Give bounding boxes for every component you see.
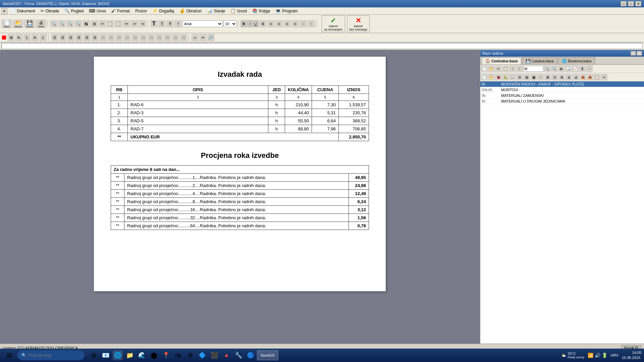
extra-btn-7[interactable]: ☰ bbox=[59, 34, 66, 41]
extra-btn-1[interactable]: ⊞ bbox=[7, 34, 15, 41]
extra-btn-25[interactable]: 🔗 bbox=[207, 34, 215, 41]
baze2-btn-6[interactable]: ⊟ bbox=[516, 74, 523, 80]
extra-btn-4[interactable]: A. bbox=[32, 34, 39, 41]
start-button[interactable]: ⊞ bbox=[3, 350, 16, 361]
baze-dollar-btn[interactable]: $ bbox=[579, 65, 586, 72]
baze-open-btn[interactable]: 📂 bbox=[488, 65, 495, 72]
text-dir-button[interactable]: ← bbox=[300, 20, 307, 27]
taskbar-icon-windows[interactable]: ⊞ bbox=[89, 350, 99, 360]
font-t-med[interactable]: T bbox=[158, 20, 166, 27]
close-button[interactable]: ✕ bbox=[635, 1, 641, 6]
menu-program[interactable]: 💻Program bbox=[273, 8, 300, 14]
extra-btn-10[interactable]: ☰ bbox=[83, 34, 91, 41]
tb-icon-7[interactable]: ✂ bbox=[99, 20, 106, 27]
font-t-big[interactable]: T bbox=[150, 20, 158, 27]
baze-minimize-btn[interactable]: — bbox=[631, 51, 636, 56]
tb-icon-10[interactable]: ✏ bbox=[123, 20, 130, 27]
extra-btn-2[interactable]: A. bbox=[15, 34, 23, 41]
extra-btn-15[interactable]: □ bbox=[123, 34, 131, 41]
new-button[interactable]: 📄 Novi bbox=[1, 19, 12, 28]
list-item[interactable]: IN MATERIJALI U DRUGIM JEDINICAMA bbox=[480, 99, 644, 104]
taskbar-icon-mail[interactable]: 📧 bbox=[101, 350, 111, 360]
taskbar-icon-browser[interactable]: 🌐 bbox=[113, 350, 123, 360]
baze-cut-btn[interactable]: ✂ bbox=[495, 65, 502, 72]
battery-icon[interactable]: 🔋 bbox=[602, 353, 607, 358]
tb-icon-4[interactable]: 🔍 bbox=[74, 20, 82, 27]
tab-eksterna-baza[interactable]: 🌐 Eksterna baza bbox=[558, 57, 595, 64]
align-justify-button[interactable]: ≡ bbox=[291, 20, 299, 27]
extra-btn-9[interactable]: ☰ bbox=[75, 34, 83, 41]
baze2-btn-17[interactable]: 📋 bbox=[594, 74, 600, 80]
taskbar-icon-settings[interactable]: ⚙ bbox=[185, 350, 195, 360]
address-input[interactable] bbox=[1, 43, 643, 49]
baze2-btn-9[interactable]: ↔ bbox=[537, 74, 544, 80]
menu-stanje[interactable]: 📊Stanje bbox=[204, 8, 228, 14]
baze2-btn-7[interactable]: ▤ bbox=[523, 74, 530, 80]
strikethrough-button[interactable]: S bbox=[259, 20, 267, 27]
baze-chart-btn[interactable]: 📊 bbox=[565, 65, 572, 72]
taskbar-icon-app3[interactable]: 🔵 bbox=[246, 350, 256, 360]
extra-btn-20[interactable]: □ bbox=[164, 34, 171, 41]
italic-button[interactable]: I bbox=[248, 20, 252, 27]
menu-pogled[interactable]: 🔍Pogled bbox=[62, 8, 86, 14]
baze2-btn-16[interactable]: 📥 bbox=[587, 74, 593, 80]
tb-icon-11[interactable]: ↩ bbox=[131, 20, 138, 27]
menu-format[interactable]: 🖋Format bbox=[109, 8, 132, 14]
list-item[interactable]: IN MATERIJALI ZAMJENSKI bbox=[480, 93, 644, 99]
taskbar-icon-edge[interactable]: 🌊 bbox=[137, 350, 147, 360]
taskbar-icon-vscode[interactable]: 🔷 bbox=[197, 350, 207, 360]
baze2-btn-11[interactable]: ⊡ bbox=[551, 74, 558, 80]
extra-btn-22[interactable]: □ bbox=[180, 34, 187, 41]
baze2-btn-10[interactable]: ⊠ bbox=[544, 74, 551, 80]
font-t-small[interactable]: T bbox=[174, 20, 182, 27]
taskbar-icon-folder[interactable]: 📁 bbox=[125, 350, 135, 360]
print-button[interactable]: 🖨 Print bbox=[36, 19, 46, 28]
extra-btn-3[interactable]: 1. bbox=[23, 34, 31, 41]
baze-sort-btn[interactable]: ↕ bbox=[509, 65, 516, 72]
minimize-button[interactable]: — bbox=[621, 1, 627, 6]
open-button[interactable]: 📂 Otvori bbox=[13, 19, 23, 28]
baze2-btn-13[interactable]: 🖨 bbox=[566, 74, 572, 80]
maximize-button[interactable]: □ bbox=[628, 1, 634, 6]
tab-centralna-baza[interactable]: 🏠 Centralna baza bbox=[482, 57, 521, 64]
tab-lokalna-baza[interactable]: 💾 Lokalna baza bbox=[522, 57, 557, 64]
extra-btn-16[interactable]: □ bbox=[131, 34, 139, 41]
align-left-button[interactable]: ≡ bbox=[267, 20, 275, 27]
network-icon[interactable]: 📶 bbox=[588, 353, 593, 358]
baze2-btn-4[interactable]: 🐛 bbox=[502, 74, 509, 80]
baze2-btn-14[interactable]: 🖨 bbox=[573, 74, 579, 80]
extra-btn-13[interactable]: □ bbox=[107, 34, 115, 41]
extra-btn-17[interactable]: □ bbox=[140, 34, 147, 41]
menu-izvod[interactable]: 📋Izvod bbox=[228, 8, 250, 14]
extra-btn-18[interactable]: □ bbox=[148, 34, 155, 41]
extra-btn-11[interactable]: ☰ bbox=[91, 34, 99, 41]
tb-icon-3[interactable]: 🔍 bbox=[66, 20, 74, 27]
taskbar-icon-app2[interactable]: 🔧 bbox=[233, 350, 244, 360]
font-t-small-b[interactable]: T bbox=[166, 20, 174, 27]
menu-dogadaj[interactable]: ⚡Događaj bbox=[150, 8, 177, 14]
menu-obracun[interactable]: 💰Obračun bbox=[177, 8, 204, 14]
tb-icon-8[interactable]: 📋 bbox=[107, 20, 114, 27]
baze2-btn-3[interactable]: 🐞 bbox=[495, 74, 502, 80]
font-size-select[interactable]: 10 bbox=[223, 20, 237, 27]
baze-table-btn[interactable]: ⊞ bbox=[558, 65, 565, 72]
baze-chart2-btn[interactable]: 📈 bbox=[572, 65, 579, 72]
align-center-button[interactable]: ≡ bbox=[275, 20, 283, 27]
baze2-btn-12[interactable]: ⊞ bbox=[558, 74, 565, 80]
align-right-button[interactable]: ≡ bbox=[283, 20, 291, 27]
baze-copy-btn[interactable]: 📋 bbox=[502, 65, 509, 72]
taskbar-icon-app1[interactable]: 🔺 bbox=[221, 350, 231, 360]
tb-icon-2[interactable]: 🔍 bbox=[58, 20, 66, 27]
taskbar-search[interactable]: 🔍 bbox=[17, 350, 85, 360]
baze2-btn-15[interactable]: 📤 bbox=[580, 74, 586, 80]
taskbar-search-input[interactable] bbox=[29, 353, 75, 358]
taskbar-icon-store[interactable]: 🛍 bbox=[173, 350, 183, 360]
taskbar-icon-chrome[interactable]: ⬤ bbox=[149, 350, 159, 360]
save-with-button[interactable]: ✓ Zatvorisa snimanjem bbox=[322, 15, 345, 32]
menu-prozor[interactable]: Prozor bbox=[132, 8, 150, 14]
tb-icon-9[interactable]: 📋 bbox=[115, 20, 122, 27]
bold-button[interactable]: B bbox=[241, 20, 247, 27]
menu-obrada[interactable]: ✂Obrada bbox=[38, 8, 62, 14]
baze-more-btn[interactable]: ⋯ bbox=[586, 65, 593, 72]
extra-btn-5[interactable]: 1. bbox=[40, 34, 47, 41]
